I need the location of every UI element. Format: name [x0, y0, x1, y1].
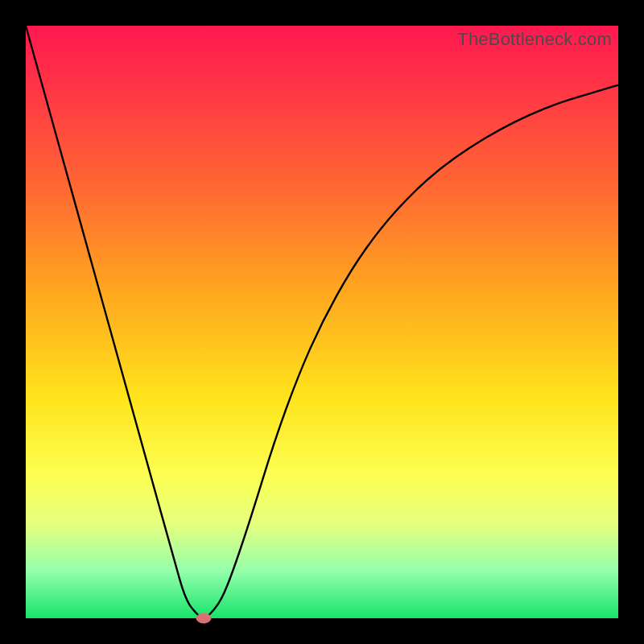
optimum-marker	[196, 613, 211, 624]
bottleneck-curve	[26, 26, 618, 618]
plot-area: TheBottleneck.com	[26, 26, 618, 618]
chart-frame: TheBottleneck.com	[0, 0, 644, 644]
